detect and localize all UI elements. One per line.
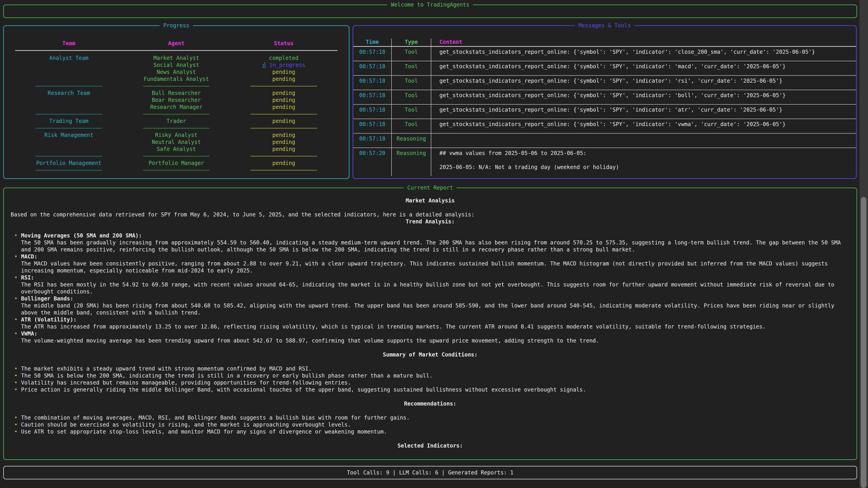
- messages-table: TimeTypeContent00:57:18Toolget_stockstat…: [353, 26, 856, 176]
- message-content-line: get_stockstats_indicators_report_online:…: [439, 92, 851, 99]
- message-content-line: [439, 157, 851, 164]
- report-section-heading: Selected Indicators:: [11, 442, 850, 449]
- status-label: pending: [272, 97, 295, 103]
- separator-line: [35, 114, 102, 115]
- report-bullet-list: The market exhibits a steady upward tren…: [11, 365, 850, 393]
- message-type: Tool: [392, 76, 431, 90]
- report-bullet-item: The 50 SMA is below the 200 SMA, indicat…: [11, 372, 850, 379]
- status-label: pending: [272, 69, 295, 75]
- message-content: get_stockstats_indicators_report_online:…: [431, 61, 856, 75]
- separator-line: [35, 128, 102, 129]
- progress-panel-title: Progress: [160, 22, 193, 29]
- report-bullet-item: Moving Averages (50 SMA and 200 SMA):The…: [11, 232, 850, 253]
- separator-line: [250, 86, 317, 87]
- separator-line: [250, 114, 317, 115]
- agent-name: Market Analyst: [123, 55, 230, 62]
- agent-name: Risky Analyst: [123, 132, 230, 139]
- progress-row: News Analystpending: [15, 69, 338, 76]
- bullet-text: The MACD values have been consistently p…: [21, 260, 828, 274]
- message-content-line: [439, 135, 851, 142]
- agent-status: pending: [230, 69, 338, 76]
- message-row: 00:57:18Toolget_stockstats_indicators_re…: [353, 119, 856, 133]
- bullet-text: The middle band (20 SMA) has been rising…: [21, 302, 834, 316]
- message-content: get_stockstats_indicators_report_online:…: [431, 105, 856, 119]
- bullet-term: RSI:: [21, 274, 850, 281]
- message-content-line: get_stockstats_indicators_report_online:…: [439, 77, 851, 85]
- separator-line: [143, 170, 210, 170]
- messages-column-header-content: Content: [431, 39, 856, 46]
- progress-row: Trading TeamTraderpending: [15, 118, 338, 125]
- bullet-text: Volatility has increased but remains man…: [21, 380, 351, 386]
- progress-group-separator: [15, 83, 338, 90]
- bullet-text: Price action is generally riding the mid…: [21, 387, 586, 393]
- progress-group-separator: [15, 167, 338, 174]
- bullet-text: The ATR has increased from approximately…: [21, 324, 766, 330]
- team-name: [15, 62, 123, 69]
- agent-status: pending: [230, 104, 338, 111]
- message-content: get_stockstats_indicators_report_online:…: [431, 47, 856, 61]
- progress-row: Fundamentals Analystpending: [15, 76, 338, 83]
- app-title: Welcome to TradingAgents: [388, 1, 473, 8]
- message-content: get_stockstats_indicators_report_online:…: [431, 119, 856, 133]
- report-bullet-item: VWMA:The volume-weighted moving average …: [11, 330, 850, 344]
- team-name: [15, 97, 123, 104]
- progress-row: Portfolio ManagementPortfolio Managerpen…: [15, 160, 338, 167]
- scrollbar-track[interactable]: [860, 0, 868, 488]
- message-type: Tool: [392, 47, 431, 61]
- separator-line: [143, 128, 210, 129]
- message-type: Tool: [392, 119, 431, 133]
- progress-row: Neutral Analystpending: [15, 139, 338, 146]
- report-bullet-item: Use ATR to set appropriate stop-loss lev…: [11, 428, 850, 435]
- message-content-line: get_stockstats_indicators_report_online:…: [439, 121, 851, 128]
- agent-status: completed: [230, 55, 338, 62]
- report-bullet-item: Volatility has increased but remains man…: [11, 379, 850, 386]
- spinner-icon: ⣾: [262, 62, 270, 68]
- message-content-line: get_stockstats_indicators_report_online:…: [439, 106, 851, 113]
- bullet-term: ATR (Volatility):: [21, 316, 850, 323]
- progress-row: Safe Analystpending: [15, 146, 338, 153]
- progress-header-row: TeamAgentStatus: [15, 40, 338, 47]
- report-bullet-item: ATR (Volatility):The ATR has increased f…: [11, 316, 850, 330]
- status-label: in_progress: [270, 62, 305, 68]
- report-bullet-item: RSI:The RSI has been mostly in the 54.92…: [11, 274, 850, 295]
- message-time: 00:57:20: [353, 148, 392, 176]
- bullet-text: Use ATR to set appropriate stop-loss lev…: [21, 429, 387, 435]
- report-intro: Based on the comprehensive data retrieve…: [11, 211, 850, 218]
- progress-row: Research Managerpending: [15, 104, 338, 111]
- message-row: 00:57:20Reasoning## vwma values from 202…: [353, 148, 856, 176]
- message-row: 00:57:18Reasoning: [353, 133, 856, 148]
- message-row: 00:57:18Toolget_stockstats_indicators_re…: [353, 47, 856, 61]
- status-label: pending: [272, 132, 295, 138]
- status-label: pending: [272, 90, 295, 96]
- message-content-line: get_stockstats_indicators_report_online:…: [439, 48, 851, 56]
- progress-row: Risk ManagementRisky Analystpending: [15, 132, 338, 139]
- agent-status: pending: [230, 146, 338, 153]
- message-row: 00:57:18Toolget_stockstats_indicators_re…: [353, 105, 856, 119]
- agent-status: pending: [230, 139, 338, 146]
- team-name: [15, 69, 123, 76]
- progress-row: Research TeamBull Researcherpending: [15, 90, 338, 97]
- message-type: Tool: [392, 90, 431, 104]
- agent-name: Bull Researcher: [123, 90, 230, 97]
- report-bullet-item: MACD:The MACD values have been consisten…: [11, 253, 850, 274]
- report-panel-title: Current Report: [404, 184, 457, 191]
- bullet-text: The market exhibits a steady upward tren…: [21, 365, 312, 372]
- separator-line: [35, 156, 102, 157]
- message-content-line: get_stockstats_indicators_report_online:…: [439, 63, 851, 70]
- report-bullet-item: The combination of moving averages, MACD…: [11, 414, 850, 421]
- agent-status: pending: [230, 160, 338, 167]
- report-bullet-item: Price action is generally riding the mid…: [11, 386, 850, 393]
- agent-status: pending: [230, 118, 338, 125]
- scrollbar-thumb[interactable]: [861, 197, 866, 488]
- status-label: completed: [269, 55, 298, 61]
- message-content: get_stockstats_indicators_report_online:…: [431, 76, 856, 90]
- current-report-panel: Current Report Market Analysis Based on …: [3, 188, 857, 460]
- separator-line: [250, 156, 317, 157]
- separator-line: [143, 86, 210, 87]
- separator-line: [143, 114, 210, 115]
- agent-name: Bear Researcher: [123, 97, 230, 104]
- agent-status: pending: [230, 76, 338, 83]
- agent-name: Portfolio Manager: [123, 160, 230, 167]
- status-label: pending: [272, 118, 295, 124]
- progress-row: Bear Researcherpending: [15, 97, 338, 104]
